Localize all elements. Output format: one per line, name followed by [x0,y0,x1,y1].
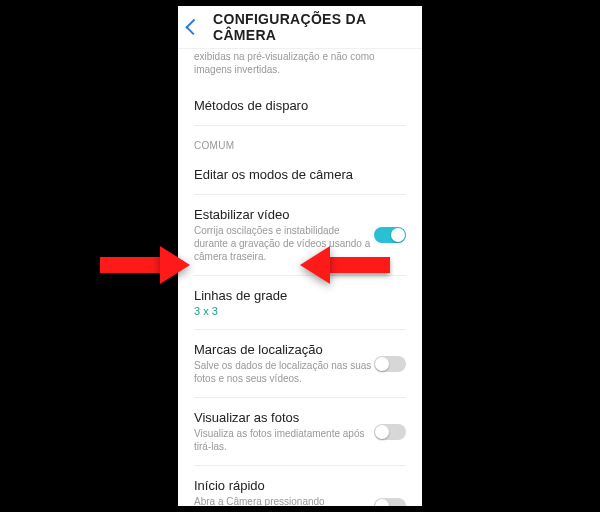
toggle-quick-launch[interactable] [374,498,406,506]
item-shooting-methods[interactable]: Métodos de disparo [194,86,406,126]
app-header: CONFIGURAÇÕES DA CÂMERA [178,6,422,49]
toggle-review-photos[interactable] [374,424,406,440]
item-label: Estabilizar vídeo [194,207,406,222]
item-stabilize-video[interactable]: Estabilizar vídeo Corrija oscilações e i… [194,195,406,276]
item-label: Início rápido [194,478,406,493]
toggle-location-tags[interactable] [374,356,406,372]
section-header-common: COMUM [194,126,406,155]
item-label: Marcas de localização [194,342,406,357]
item-review-photos[interactable]: Visualizar as fotos Visualiza as fotos i… [194,398,406,466]
item-value: 3 x 3 [194,305,406,317]
item-label: Visualizar as fotos [194,410,406,425]
item-location-tags[interactable]: Marcas de localização Salve os dados de … [194,330,406,398]
item-subtext: Abra a Câmera pressionando rapidamente a… [194,495,374,506]
item-subtext: Visualiza as fotos imediatamente após ti… [194,427,374,453]
item-label: Linhas de grade [194,288,406,303]
phone-screen: CONFIGURAÇÕES DA CÂMERA exibidas na pré-… [178,6,422,506]
toggle-stabilize-video[interactable] [374,227,406,243]
item-subtext: Corrija oscilações e instabilidade duran… [194,224,374,263]
item-edit-camera-modes[interactable]: Editar os modos de câmera [194,155,406,195]
truncated-description: exibidas na pré-visualização e não como … [194,49,406,86]
item-label: Métodos de disparo [194,98,406,113]
back-icon[interactable] [185,19,201,35]
item-quick-launch[interactable]: Início rápido Abra a Câmera pressionando… [194,466,406,506]
settings-list: exibidas na pré-visualização e não como … [178,49,422,506]
item-label: Editar os modos de câmera [194,167,406,182]
item-subtext: Salve os dados de localização nas suas f… [194,359,374,385]
page-title: CONFIGURAÇÕES DA CÂMERA [213,11,412,43]
stage: CONFIGURAÇÕES DA CÂMERA exibidas na pré-… [0,0,600,512]
item-grid-lines[interactable]: Linhas de grade 3 x 3 [194,276,406,330]
